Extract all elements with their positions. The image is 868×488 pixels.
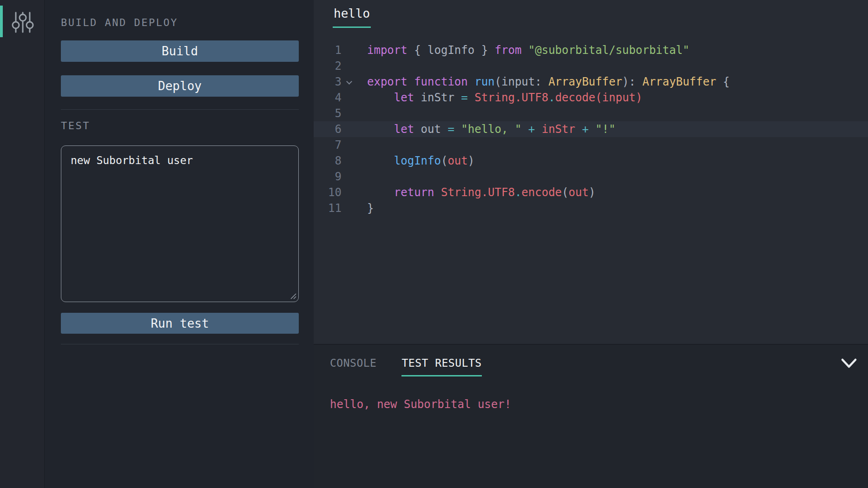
fold-chevron-icon[interactable]: [346, 79, 352, 85]
test-section-label: TEST: [61, 120, 299, 132]
code-line-7[interactable]: 7: [314, 137, 868, 153]
icon-sidebar: [0, 0, 45, 488]
code-area[interactable]: 1import { logInfo } from "@suborbital/su…: [314, 42, 868, 344]
console-tab-console[interactable]: CONSOLE: [330, 357, 376, 376]
code-line-5[interactable]: 5: [314, 106, 868, 121]
line-number: 10: [314, 185, 342, 200]
deploy-button[interactable]: Deploy: [61, 75, 299, 97]
collapse-panel-button[interactable]: [840, 356, 858, 371]
line-number: 5: [314, 106, 342, 121]
code-text: let out = "hello, " + inStr + "!": [367, 121, 616, 137]
active-section-accent-bar: [0, 6, 3, 37]
code-line-2[interactable]: 2: [314, 58, 868, 74]
app-root: BUILD AND DEPLOY Build Deploy TEST new S…: [0, 0, 868, 488]
test-input[interactable]: new Suborbital user: [61, 145, 299, 302]
code-line-1[interactable]: 1import { logInfo } from "@suborbital/su…: [314, 42, 868, 58]
code-line-4[interactable]: 4 let inStr = String.UTF8.decode(input): [314, 90, 868, 106]
editor-column: hello 1import { logInfo } from "@suborbi…: [314, 0, 868, 488]
code-text: import { logInfo } from "@suborbital/sub…: [367, 42, 690, 58]
chevron-down-icon: [841, 358, 857, 369]
test-input-wrapper: new Suborbital user: [61, 145, 299, 302]
run-test-button[interactable]: Run test: [61, 313, 299, 334]
console-panel: CONSOLETEST RESULTS hello, new Suborbita…: [314, 344, 868, 488]
code-text: let inStr = String.UTF8.decode(input): [367, 90, 642, 106]
line-number: 6: [314, 121, 342, 137]
line-number: 2: [314, 58, 342, 74]
code-line-3[interactable]: 3export function run(input: ArrayBuffer)…: [314, 74, 868, 90]
code-line-11[interactable]: 11}: [314, 200, 868, 216]
code-line-10[interactable]: 10 return String.UTF8.encode(out): [314, 185, 868, 200]
code-line-9[interactable]: 9: [314, 169, 868, 185]
build-button[interactable]: Build: [61, 40, 299, 62]
tab-hello[interactable]: hello: [333, 7, 371, 28]
console-tabbar: CONSOLETEST RESULTS: [314, 345, 868, 376]
build-section-label: BUILD AND DEPLOY: [61, 17, 299, 28]
section-divider: [61, 344, 299, 344]
code-line-8[interactable]: 8 logInfo(out): [314, 153, 868, 169]
line-number: 1: [314, 42, 342, 58]
code-line-6[interactable]: 6 let out = "hello, " + inStr + "!": [314, 121, 868, 137]
line-number: 7: [314, 137, 342, 153]
line-number: 3: [314, 74, 342, 90]
line-number: 11: [314, 200, 342, 216]
section-divider: [61, 109, 299, 110]
code-editor: hello 1import { logInfo } from "@suborbi…: [314, 0, 868, 344]
test-output: hello, new Suborbital user!: [330, 398, 868, 411]
line-number: 8: [314, 153, 342, 169]
editor-tabbar: hello: [314, 0, 868, 28]
build-settings-button[interactable]: [9, 9, 36, 35]
code-text: export function run(input: ArrayBuffer):…: [367, 74, 730, 90]
build-deploy-panel: BUILD AND DEPLOY Build Deploy TEST new S…: [45, 0, 314, 488]
code-text: logInfo(out): [367, 153, 474, 169]
code-text: }: [367, 200, 374, 216]
line-number: 9: [314, 169, 342, 185]
line-number: 4: [314, 90, 342, 106]
sliders-icon: [11, 11, 35, 34]
console-tab-test-results[interactable]: TEST RESULTS: [401, 357, 481, 376]
code-text: return String.UTF8.encode(out): [367, 185, 595, 200]
